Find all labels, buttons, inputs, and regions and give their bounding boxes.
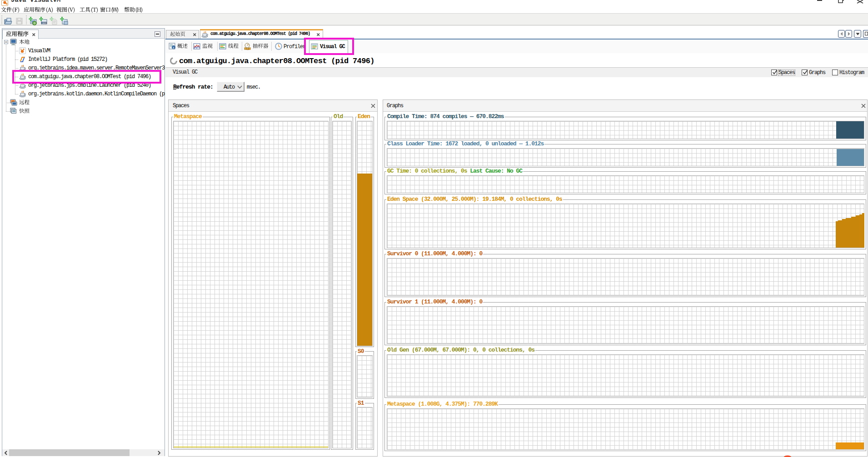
svg-text:i: i xyxy=(173,46,174,50)
svg-text:JMX: JMX xyxy=(42,22,47,25)
